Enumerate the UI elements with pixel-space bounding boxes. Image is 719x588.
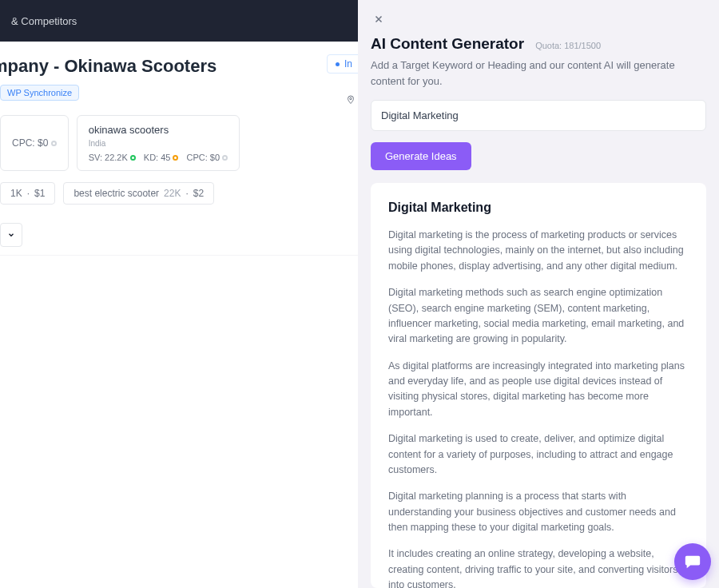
pill-text: 1K xyxy=(10,188,22,199)
generate-ideas-button[interactable]: Generate Ideas xyxy=(371,142,471,170)
heading-dropdown[interactable] xyxy=(0,223,22,247)
sv-indicator-icon xyxy=(130,155,136,161)
kw-kd: KD: 45 xyxy=(144,153,171,162)
pill-price: $1 xyxy=(34,188,45,199)
keyword-pill[interactable]: best electric scooter 22K · $2 xyxy=(63,182,214,205)
cpc-indicator-icon xyxy=(51,141,57,146)
keyword-pill[interactable]: 1K · $1 xyxy=(0,182,55,205)
pill-price: $2 xyxy=(193,188,204,199)
status-dot-icon xyxy=(336,62,340,66)
status-label: In xyxy=(344,58,352,70)
ai-content-panel: AI Content Generator Quota: 181/1500 Add… xyxy=(358,0,719,588)
result-paragraph: It includes creating an online strategy,… xyxy=(388,546,689,588)
quota-label: Quota: 181/1500 xyxy=(535,41,601,50)
cpc-indicator-icon xyxy=(222,155,228,161)
kw-country: India xyxy=(89,139,228,148)
close-icon xyxy=(373,14,384,25)
status-badge[interactable]: In xyxy=(327,54,361,74)
keyword-input[interactable] xyxy=(371,100,706,131)
chat-bubble-icon xyxy=(684,553,701,570)
location-pin-icon xyxy=(346,95,356,105)
kw-sv: SV: 22.2K xyxy=(89,153,128,162)
pill-volume: 22K xyxy=(164,188,181,199)
panel-title: AI Content Generator xyxy=(371,35,524,53)
kw-cpc: CPC: $0 xyxy=(12,137,48,149)
kw-title: okinawa scooters xyxy=(89,124,228,136)
result-title: Digital Marketing xyxy=(388,201,689,215)
result-paragraph: Digital marketing planning is a process … xyxy=(388,489,689,535)
result-paragraph: Digital marketing methods such as search… xyxy=(388,285,689,348)
keyword-card[interactable]: okinawa scooters India SV: 22.2K KD: 45 … xyxy=(77,115,240,171)
result-paragraph: Digital marketing is used to create, del… xyxy=(388,431,689,478)
tab-competitors[interactable]: & Competitors xyxy=(0,15,88,27)
panel-subtitle: Add a Target Keyword or Heading and our … xyxy=(371,58,706,89)
svg-point-0 xyxy=(349,97,352,100)
chat-fab[interactable] xyxy=(674,543,711,580)
result-card: Digital Marketing Digital marketing is t… xyxy=(371,183,706,588)
kw-cpc: CPC: $0 xyxy=(186,153,220,162)
keyword-card[interactable]: CPC: $0 xyxy=(0,115,69,171)
wp-sync-badge[interactable]: WP Synchronize xyxy=(0,85,79,101)
kd-indicator-icon xyxy=(173,155,178,161)
result-paragraph: As digital platforms are increasingly in… xyxy=(388,359,689,421)
chevron-down-icon xyxy=(7,231,15,239)
pill-text: best electric scooter xyxy=(73,188,159,199)
result-paragraph: Digital marketing is the process of mark… xyxy=(388,228,689,274)
close-panel-button[interactable] xyxy=(371,11,387,27)
